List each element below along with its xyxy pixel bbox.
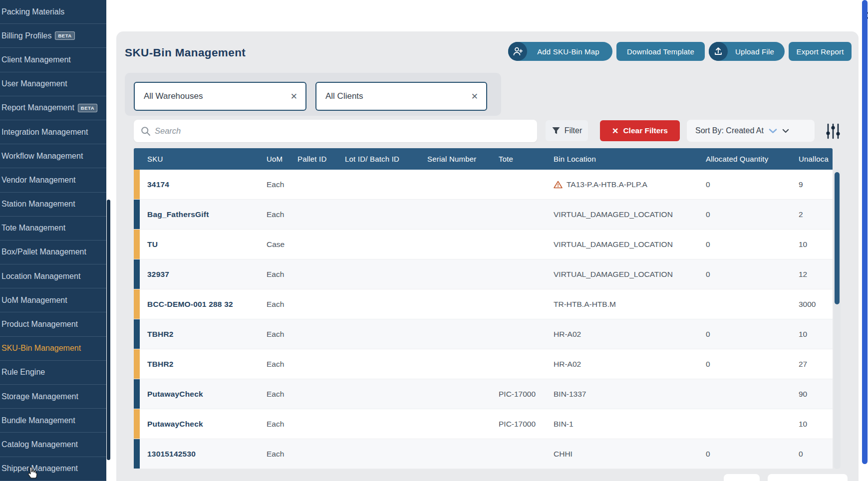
table-scrollbar-thumb[interactable] xyxy=(835,172,840,304)
sidebar-item-integration-management[interactable]: Integration Management xyxy=(0,120,106,144)
column-header: Unalloca xyxy=(791,148,833,170)
allocated-quantity-cell: 0 xyxy=(699,259,791,289)
sidebar-item-user-management[interactable]: User Management xyxy=(0,72,106,96)
table-row[interactable]: TU Case VIRTUAL_DAMAGED_LOCATION 0 10 xyxy=(134,230,833,259)
bin-location-cell: VIRTUAL_DAMAGED_LOCATION xyxy=(547,200,699,229)
row-status-stripe xyxy=(134,230,140,259)
pallet-id-cell xyxy=(289,230,334,259)
sku-cell[interactable]: 32937 xyxy=(134,259,260,289)
lot-batch-id-cell xyxy=(334,289,419,319)
lot-batch-id-cell xyxy=(334,349,419,379)
sidebar-item-bundle-management[interactable]: Bundle Management xyxy=(0,409,106,433)
client-select[interactable]: All Clients ✕ xyxy=(315,82,487,111)
table-row[interactable]: PutawayCheck Each PIC-17000 BIN-1 10 xyxy=(134,409,833,439)
bin-location-cell: HR-A02 xyxy=(547,349,699,379)
table-row[interactable]: PutawayCheck Each PIC-17000 BIN-1337 90 xyxy=(134,379,833,409)
pallet-id-cell xyxy=(289,349,334,379)
export-report-button[interactable]: Export Report xyxy=(789,42,852,61)
table-row[interactable]: 32937 Each VIRTUAL_DAMAGED_LOCATION 0 12 xyxy=(134,259,833,289)
download-template-button[interactable]: Download Template xyxy=(616,42,705,61)
clear-filters-x-icon: ✕ xyxy=(612,126,618,136)
bin-location-cell: CHHI xyxy=(547,439,699,469)
search-input[interactable] xyxy=(134,120,537,142)
sku-cell[interactable]: PutawayCheck xyxy=(134,379,260,409)
chevron-down-icon[interactable] xyxy=(782,129,789,133)
tote-cell xyxy=(492,170,547,199)
serial-number-cell xyxy=(419,409,492,439)
uom-cell: Each xyxy=(260,349,289,379)
allocated-quantity-cell xyxy=(699,289,791,319)
sku-cell[interactable]: TU xyxy=(134,230,260,259)
sidebar-item-shipper-management[interactable]: Shipper Management xyxy=(0,457,106,481)
sidebar-item-billing-profiles[interactable]: Billing Profiles BETA xyxy=(0,24,106,48)
table-row[interactable]: Bag_FathersGift Each VIRTUAL_DAMAGED_LOC… xyxy=(134,200,833,230)
sidebar-scrollbar[interactable] xyxy=(107,200,110,460)
page-scrollbar[interactable] xyxy=(862,0,868,464)
sidebar-item-station-management[interactable]: Station Management xyxy=(0,193,106,217)
allocated-quantity-cell xyxy=(699,379,791,409)
sku-cell[interactable]: PutawayCheck xyxy=(134,409,260,439)
column-header: SKU xyxy=(134,148,260,170)
filter-button[interactable]: Filter xyxy=(546,120,588,141)
pallet-id-cell xyxy=(289,379,334,409)
warehouse-select[interactable]: All Warehouses ✕ xyxy=(134,82,306,111)
allocated-quantity-cell xyxy=(699,409,791,439)
bin-location-cell: VIRTUAL_DAMAGED_LOCATION xyxy=(547,230,699,259)
table-row[interactable]: TBHR2 Each HR-A02 0 10 xyxy=(134,319,833,349)
column-header: Bin Location xyxy=(547,148,699,170)
clear-warehouse-icon[interactable]: ✕ xyxy=(290,91,297,102)
sidebar-item-catalog-management[interactable]: Catalog Management xyxy=(0,433,106,457)
lot-batch-id-cell xyxy=(334,379,419,409)
sidebar-item-workflow-management[interactable]: Workflow Management xyxy=(0,144,106,168)
sidebar-item-rule-engine[interactable]: Rule Engine xyxy=(0,361,106,385)
sku-cell[interactable]: Bag_FathersGift xyxy=(134,200,260,229)
row-status-stripe xyxy=(134,379,140,409)
sidebar-item-label: Workflow Management xyxy=(1,152,83,161)
sidebar-item-label: Report Management xyxy=(1,103,74,112)
tote-cell: PIC-17000 xyxy=(492,379,547,409)
sidebar-item-location-management[interactable]: Location Management xyxy=(0,264,106,288)
sku-cell[interactable]: TBHR2 xyxy=(134,319,260,349)
sidebar-item-report-management[interactable]: Report Management BETA xyxy=(0,96,106,120)
sidebar-item-label: Bundle Management xyxy=(1,416,75,425)
sidebar-item-sku-bin-management[interactable]: SKU-Bin Management xyxy=(0,337,106,361)
sidebar-item-tote-management[interactable]: Tote Management xyxy=(0,217,106,240)
sidebar-item-box-pallet-management[interactable]: Box/Pallet Management xyxy=(0,240,106,264)
beta-badge: BETA xyxy=(55,31,74,40)
bin-location-cell: BIN-1337 xyxy=(547,379,699,409)
sidebar-item-client-management[interactable]: Client Management xyxy=(0,48,106,72)
chevron-down-icon[interactable] xyxy=(769,128,777,134)
table-row[interactable]: TBHR2 Each HR-A02 0 27 xyxy=(134,349,833,379)
allocated-quantity-cell: 0 xyxy=(699,349,791,379)
add-sku-bin-map-button[interactable]: Add SKU-Bin Map xyxy=(508,42,612,61)
pallet-id-cell xyxy=(289,439,334,469)
pagination-control[interactable] xyxy=(724,474,760,481)
sidebar-item-product-management[interactable]: Product Management xyxy=(0,312,106,336)
unallocated-quantity-cell: 9 xyxy=(791,170,833,199)
sku-cell[interactable]: 13015142530 xyxy=(134,439,260,469)
sidebar-item-packing-materials[interactable]: Packing Materials xyxy=(0,0,106,24)
column-settings-sliders-icon[interactable] xyxy=(825,123,842,139)
table-header-row: SKUUoMPallet IDLot ID/ Batch IDSerial Nu… xyxy=(134,148,833,170)
sidebar-item-uom-management[interactable]: UoM Management xyxy=(0,288,106,312)
table-row[interactable]: 13015142530 Each CHHI 0 0 xyxy=(134,439,833,469)
table-row[interactable]: 34174 Each TA13-P.A-HTB.A-PLP.A 0 9 xyxy=(134,170,833,200)
clear-filters-button[interactable]: ✕ Clear Filters xyxy=(600,120,680,141)
sidebar-item-vendor-management[interactable]: Vendor Management xyxy=(0,168,106,192)
tote-cell xyxy=(492,319,547,349)
sku-cell[interactable]: 34174 xyxy=(134,170,260,199)
clear-client-icon[interactable]: ✕ xyxy=(471,91,478,102)
tote-cell xyxy=(492,289,547,319)
sidebar-item-storage-management[interactable]: Storage Management xyxy=(0,385,106,409)
sidebar-item-label: Packing Materials xyxy=(1,7,64,16)
table-row[interactable]: BCC-DEMO-001 288 32 Each TR-HTB.A-HTB.M … xyxy=(134,289,833,319)
sort-by-dropdown[interactable]: Sort By: Created At xyxy=(687,120,815,142)
pagination-control[interactable] xyxy=(768,474,848,481)
upload-file-button[interactable]: Upload File xyxy=(709,42,785,61)
table-body: 34174 Each TA13-P.A-HTB.A-PLP.A 0 9 Bag_… xyxy=(134,170,833,469)
sku-cell[interactable]: BCC-DEMO-001 288 32 xyxy=(134,289,260,319)
sku-cell[interactable]: TBHR2 xyxy=(134,349,260,379)
row-status-stripe xyxy=(134,349,140,379)
tote-cell xyxy=(492,349,547,379)
allocated-quantity-cell: 0 xyxy=(699,170,791,199)
